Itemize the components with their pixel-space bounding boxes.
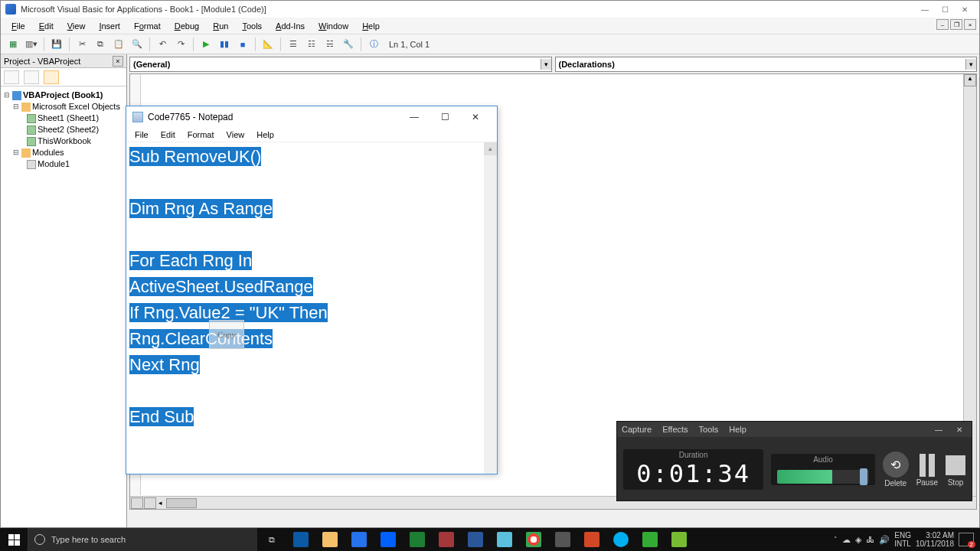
tray-clock[interactable]: 3:02 AM10/11/2018 bbox=[916, 531, 954, 548]
notepad-scrollbar[interactable]: ▴ bbox=[484, 142, 497, 474]
delete-button[interactable]: ⟲Delete bbox=[883, 452, 909, 487]
view-code-button[interactable] bbox=[4, 70, 19, 84]
toolbox-icon[interactable]: 🔧 bbox=[341, 37, 356, 52]
notepad-close[interactable]: ✕ bbox=[460, 108, 491, 126]
save-icon[interactable]: 💾 bbox=[49, 37, 64, 52]
pause-button[interactable]: Pause bbox=[916, 452, 938, 487]
tree-root[interactable]: VBAProject (Book1) bbox=[23, 90, 103, 101]
tray-volume-icon[interactable]: 🔊 bbox=[879, 535, 890, 545]
copy-icon[interactable]: ⧉ bbox=[93, 37, 108, 52]
reset-icon[interactable]: ■ bbox=[235, 37, 250, 52]
task-view-icon[interactable]: ⧉ bbox=[257, 528, 286, 551]
notepad-text-area[interactable]: Sub RemoveUK() Dim Rng As Range For Each… bbox=[126, 142, 497, 474]
mdi-restore[interactable]: ❐ bbox=[950, 19, 962, 30]
menu-format[interactable]: Format bbox=[128, 20, 167, 32]
tree-module1[interactable]: Module1 bbox=[38, 158, 70, 170]
tree-modules[interactable]: Modules bbox=[32, 147, 64, 158]
tree-excel-objects[interactable]: Microsoft Excel Objects bbox=[32, 101, 120, 112]
object-browser-icon[interactable]: ☵ bbox=[322, 37, 338, 52]
taskbar-dropbox[interactable] bbox=[374, 528, 403, 551]
design-mode-icon[interactable]: 📐 bbox=[260, 37, 276, 52]
tray-onedrive-icon[interactable]: ☁ bbox=[842, 535, 851, 545]
menu-tools[interactable]: Tools bbox=[236, 20, 268, 32]
np-menu-view[interactable]: View bbox=[221, 129, 250, 140]
break-icon[interactable]: ▮▮ bbox=[217, 37, 232, 52]
tray-network-icon[interactable]: 🖧 bbox=[866, 535, 874, 544]
taskbar-store[interactable] bbox=[345, 528, 374, 551]
taskbar-word[interactable] bbox=[461, 528, 490, 551]
redo-icon[interactable]: ↷ bbox=[173, 37, 188, 52]
notepad-minimize[interactable]: — bbox=[399, 108, 430, 126]
vba-titlebar[interactable]: Microsoft Visual Basic for Applications … bbox=[1, 1, 979, 18]
np-menu-format[interactable]: Format bbox=[182, 129, 220, 140]
menu-run[interactable]: Run bbox=[207, 20, 234, 32]
taskbar-skype[interactable] bbox=[606, 528, 635, 551]
camtasia-minimize[interactable]: — bbox=[935, 425, 946, 434]
object-dropdown[interactable]: (General) bbox=[129, 57, 552, 72]
audio-meter[interactable] bbox=[777, 470, 868, 484]
notepad-titlebar[interactable]: Code7765 - Notepad — ☐ ✕ bbox=[126, 106, 497, 128]
mdi-close[interactable]: × bbox=[964, 19, 976, 30]
taskbar-edge[interactable] bbox=[286, 528, 315, 551]
menu-view[interactable]: View bbox=[61, 20, 92, 32]
taskbar-calculator[interactable] bbox=[548, 528, 577, 551]
close-button[interactable]: ✕ bbox=[955, 2, 975, 16]
help-icon[interactable]: ⓘ bbox=[366, 37, 381, 52]
np-menu-edit[interactable]: Edit bbox=[155, 129, 181, 140]
tree-sheet1[interactable]: Sheet1 (Sheet1) bbox=[38, 112, 99, 124]
tray-overflow[interactable]: ˄ bbox=[834, 536, 838, 543]
cam-menu-tools[interactable]: Tools bbox=[699, 425, 719, 434]
tree-thisworkbook[interactable]: ThisWorkbook bbox=[38, 135, 91, 147]
start-button[interactable] bbox=[0, 528, 28, 551]
menu-window[interactable]: Window bbox=[312, 20, 354, 32]
action-center-icon[interactable] bbox=[959, 533, 974, 546]
taskbar-powerpoint[interactable] bbox=[577, 528, 606, 551]
maximize-button[interactable]: ☐ bbox=[935, 2, 955, 16]
paste-icon[interactable]: 📋 bbox=[111, 37, 126, 52]
menu-file[interactable]: File bbox=[5, 20, 31, 32]
cam-menu-capture[interactable]: Capture bbox=[622, 425, 652, 434]
menu-edit[interactable]: Edit bbox=[33, 20, 60, 32]
np-menu-file[interactable]: File bbox=[129, 129, 154, 140]
menu-help[interactable]: Help bbox=[356, 20, 386, 32]
properties-icon[interactable]: ☷ bbox=[304, 37, 319, 52]
tray-dropbox-icon[interactable]: ◈ bbox=[855, 535, 861, 545]
taskbar-access[interactable] bbox=[432, 528, 461, 551]
undo-icon[interactable]: ↶ bbox=[155, 37, 170, 52]
menu-debug[interactable]: Debug bbox=[168, 20, 205, 32]
full-module-view-button[interactable] bbox=[144, 497, 156, 509]
menu-insert[interactable]: Insert bbox=[93, 20, 126, 32]
taskbar-chrome[interactable] bbox=[519, 528, 548, 551]
stop-button[interactable]: Stop bbox=[946, 452, 965, 487]
view-excel-icon[interactable]: ▦ bbox=[5, 37, 21, 52]
minimize-button[interactable]: — bbox=[915, 2, 935, 16]
project-pane-toolbar bbox=[1, 68, 126, 86]
taskbar-camtasia[interactable] bbox=[635, 528, 665, 551]
run-icon[interactable]: ▶ bbox=[198, 37, 214, 52]
tree-sheet2[interactable]: Sheet2 (Sheet2) bbox=[38, 124, 99, 135]
project-tree[interactable]: ⊟VBAProject (Book1) ⊟Microsoft Excel Obj… bbox=[1, 86, 126, 173]
tray-language[interactable]: ENGINTL bbox=[894, 531, 911, 548]
cam-menu-effects[interactable]: Effects bbox=[662, 425, 688, 434]
menu-addins[interactable]: Add-Ins bbox=[270, 20, 311, 32]
taskbar-snip[interactable] bbox=[665, 528, 694, 551]
taskbar-notepad[interactable] bbox=[490, 528, 519, 551]
project-pane-close[interactable]: × bbox=[113, 56, 123, 67]
taskbar-excel[interactable] bbox=[403, 528, 432, 551]
notepad-maximize[interactable]: ☐ bbox=[430, 108, 460, 126]
view-object-button[interactable] bbox=[24, 70, 39, 84]
camtasia-close[interactable]: ✕ bbox=[956, 425, 967, 434]
taskbar-search[interactable]: Type here to search bbox=[28, 528, 257, 551]
insert-dropdown-icon[interactable]: ▥▾ bbox=[24, 37, 39, 52]
np-menu-help[interactable]: Help bbox=[251, 129, 279, 140]
mdi-minimize[interactable]: – bbox=[936, 19, 949, 30]
find-icon[interactable]: 🔍 bbox=[129, 37, 145, 52]
cut-icon[interactable]: ✂ bbox=[74, 37, 90, 52]
toggle-folders-button[interactable] bbox=[44, 70, 59, 84]
procedure-dropdown[interactable]: (Declarations) bbox=[555, 57, 978, 72]
project-pane-header[interactable]: Project - VBAProject × bbox=[1, 54, 126, 68]
procedure-view-button[interactable] bbox=[131, 497, 143, 509]
project-explorer-icon[interactable]: ☰ bbox=[286, 37, 301, 52]
taskbar-explorer[interactable] bbox=[315, 528, 345, 551]
cam-menu-help[interactable]: Help bbox=[729, 425, 746, 434]
